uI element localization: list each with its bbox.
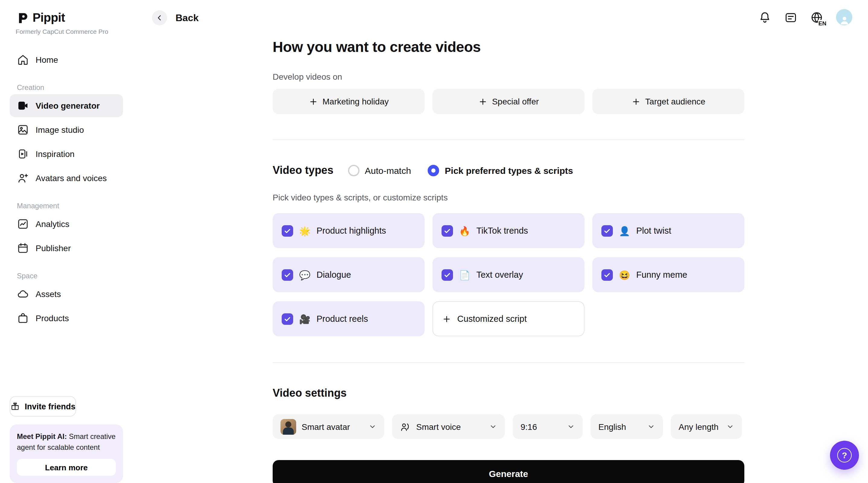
chevron-down-icon [647,423,655,430]
promo-card: Meet Pippit AI: Smart creative agent for… [10,424,123,483]
sidebar-item-publisher[interactable]: Publisher [10,237,123,260]
promo-text-bold: Meet Pippit AI: [17,432,67,441]
app-window: Pippit Formerly CapCut Commerce Pro Home… [0,0,868,483]
notifications-bell-icon[interactable] [758,10,772,24]
gift-icon [10,401,20,411]
sidebar-item-label: Analytics [36,219,69,229]
logo-text: Pippit [33,11,65,25]
language-globe-icon[interactable]: EN [810,10,824,24]
sidebar-item-label: Video generator [36,101,100,111]
device-play-icon [17,148,29,160]
language-dropdown[interactable]: English [591,414,663,439]
radio-label: Pick preferred types & scripts [445,165,573,176]
video-settings-heading: Video settings [273,387,744,400]
pippit-logo[interactable]: Pippit [0,0,133,25]
sidebar-item-image-studio[interactable]: Image studio [10,118,123,141]
sidebar-item-label: Assets [36,289,61,299]
chevron-down-icon [489,423,497,430]
video-types-heading: Video types [273,164,333,177]
video-length-dropdown[interactable]: Any length [671,414,742,439]
type-product-highlights[interactable]: 🌟 Product highlights [273,213,425,248]
video-camera-icon [17,100,29,112]
sidebar-item-avatars-and-voices[interactable]: Avatars and voices [10,167,123,190]
plus-icon [309,97,318,106]
type-label: Funny meme [636,270,687,280]
type-text-overlay[interactable]: 📄 Text overlay [433,257,585,292]
type-tiktok-trends[interactable]: 🔥 TikTok trends [433,213,585,248]
sidebar-item-assets[interactable]: Assets [10,283,123,306]
radio-off-icon[interactable] [348,165,359,176]
video-types-row: Video types Auto-match Pick preferred ty… [273,164,744,177]
checkbox-checked-icon[interactable] [601,225,613,236]
sidebar-item-products[interactable]: Products [10,307,123,330]
section-label-space: Space [17,272,116,280]
dropdown-label: 9:16 [521,422,537,431]
add-special-offer-button[interactable]: Special offer [433,89,585,114]
generate-button[interactable]: Generate [273,460,744,483]
product-box-icon [17,312,29,324]
image-icon [17,124,29,136]
smart-voice-dropdown[interactable]: Smart voice [392,414,505,439]
chip-label: Marketing holiday [322,96,389,106]
cloud-icon [17,288,29,300]
type-label: Product highlights [316,226,386,235]
invite-friends-button[interactable]: Invite friends [10,396,76,417]
type-funny-meme[interactable]: 😆 Funny meme [592,257,744,292]
type-dialogue[interactable]: 💬 Dialogue [273,257,425,292]
radio-on-icon[interactable] [428,165,439,176]
checkbox-checked-icon[interactable] [282,313,293,324]
question-mark-icon: ? [837,448,852,462]
avatar-voice-icon [17,172,29,184]
sidebar-item-inspiration[interactable]: Inspiration [10,142,123,165]
divider [273,362,744,363]
type-emoji: 🎥 [299,314,310,323]
checkbox-checked-icon[interactable] [441,225,453,236]
sidebar-item-label: Publisher [36,243,71,253]
customized-script-button[interactable]: Customized script [433,301,585,336]
checkbox-checked-icon[interactable] [601,269,613,280]
topbar-right: EN [758,9,852,25]
aspect-ratio-dropdown[interactable]: 9:16 [513,414,583,439]
sidebar-item-label: Image studio [36,125,84,135]
type-emoji: 🌟 [299,226,310,235]
sidebar-item-analytics[interactable]: Analytics [10,212,123,235]
checkbox-checked-icon[interactable] [441,269,453,280]
checkbox-checked-icon[interactable] [282,269,293,280]
user-avatar[interactable] [836,9,852,25]
add-target-audience-button[interactable]: Target audience [592,89,744,114]
sidebar: Pippit Formerly CapCut Commerce Pro Home… [0,0,133,483]
sidebar-bottom: Invite friends Meet Pippit AI: Smart cre… [10,396,123,483]
sidebar-item-label: Avatars and voices [36,173,107,183]
sidebar-item-label: Inspiration [36,149,74,159]
pippit-logo-icon [16,11,29,24]
section-label-creation: Creation [17,83,116,92]
type-label: TikTok trends [476,226,528,235]
promo-text: Meet Pippit AI: Smart creative agent for… [17,432,116,453]
sidebar-item-label: Home [36,55,58,65]
voice-icon [400,421,411,432]
type-label: Plot twist [636,226,671,235]
develop-videos-label: Develop videos on [273,72,744,82]
help-button[interactable]: ? [830,441,859,470]
sidebar-nav: Home Creation Video generator Image stud… [0,48,133,330]
learn-more-button[interactable]: Learn more [17,459,116,476]
sidebar-item-video-generator[interactable]: Video generator [10,94,123,117]
chip-label: Special offer [492,96,539,106]
type-plot-twist[interactable]: 👤 Plot twist [592,213,744,248]
radio-auto-match[interactable]: Auto-match [348,165,411,176]
type-label: Dialogue [316,270,351,280]
type-product-reels[interactable]: 🎥 Product reels [273,301,425,336]
sidebar-item-home[interactable]: Home [10,48,123,71]
avatar-thumbnail [280,419,296,434]
logo-tagline: Formerly CapCut Commerce Pro [16,28,133,35]
home-icon [17,54,29,66]
invite-friends-label: Invite friends [25,402,75,411]
back-button[interactable]: Back [152,10,199,25]
billing-icon[interactable] [784,10,798,24]
chevron-left-icon[interactable] [152,10,167,25]
radio-pick-preferred[interactable]: Pick preferred types & scripts [428,165,573,176]
add-marketing-holiday-button[interactable]: Marketing holiday [273,89,425,114]
smart-avatar-dropdown[interactable]: Smart avatar [273,414,384,439]
checkbox-checked-icon[interactable] [282,225,293,236]
chevron-down-icon [726,423,734,430]
